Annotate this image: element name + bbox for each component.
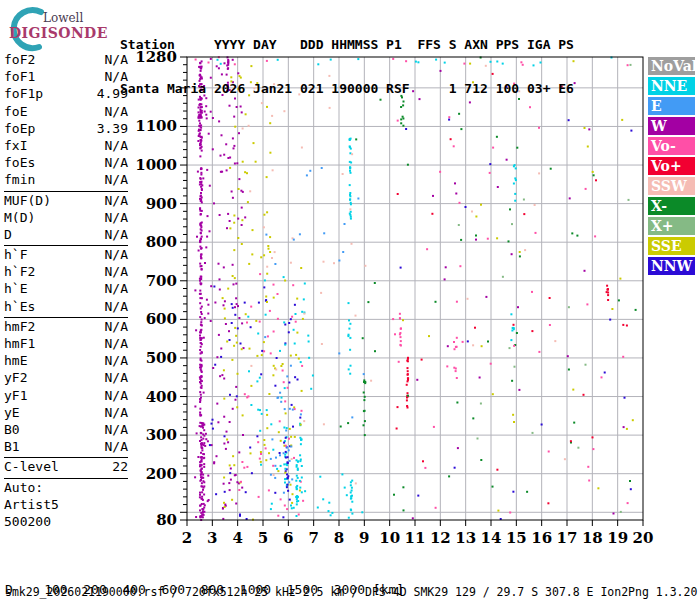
legend-item-vo: Vo- [648, 137, 695, 155]
y-tick-label: 300 [146, 426, 177, 444]
param-row: foEN/A [4, 104, 128, 121]
param-label: foE [4, 104, 27, 119]
y-tick-label: 600 [146, 310, 177, 328]
param-row: C-level22 [4, 459, 128, 476]
parameter-panel: foF2N/AfoF1N/AfoF1p4.99foEN/AfoEp3.39fxI… [4, 52, 128, 531]
param-value: N/A [105, 264, 128, 279]
x-tick-label: 19 [607, 529, 628, 547]
x-tick-label: 5 [258, 529, 268, 547]
param-separator [4, 478, 128, 479]
param-label: Artist5 [4, 497, 59, 512]
param-row: foF2N/A [4, 52, 128, 69]
param-label: hmF2 [4, 319, 35, 334]
y-tick-label: 80 [156, 511, 177, 529]
x-tick-label: 13 [455, 529, 476, 547]
param-label: h`F2 [4, 264, 35, 279]
param-label: Auto: [4, 480, 43, 495]
param-separator [4, 245, 128, 246]
param-value: N/A [105, 172, 128, 187]
legend-item-vo: Vo+ [648, 157, 695, 175]
param-row: foEp3.39 [4, 121, 128, 138]
param-label: foF2 [4, 52, 35, 67]
param-row: 500200 [4, 514, 128, 531]
param-row: yF1N/A [4, 388, 128, 405]
lowell-digisonde-logo: Lowell DIGISONDE [6, 4, 118, 50]
param-separator [4, 191, 128, 192]
legend-item-noval: NoVal [648, 57, 695, 75]
legend-item-sse: SSE [648, 237, 695, 255]
param-value: N/A [105, 281, 128, 296]
param-row: h`EsN/A [4, 299, 128, 316]
x-tick-label: 4 [232, 529, 242, 547]
x-tick-label: 9 [359, 529, 369, 547]
param-label: foF1 [4, 69, 35, 84]
echo-direction-legend: NoValNNEEWVo-Vo+SSWX-X+SSENNW [648, 57, 695, 277]
x-tick-label: 10 [379, 529, 400, 547]
param-label: h`E [4, 281, 27, 296]
logo-text-lowell: Lowell [43, 11, 83, 25]
x-tick-label: 2 [182, 529, 192, 547]
param-row: h`FN/A [4, 247, 128, 264]
param-label: D [4, 227, 12, 242]
param-value: N/A [105, 299, 128, 314]
legend-item-ssw: SSW [648, 177, 695, 195]
param-label: B0 [4, 422, 20, 437]
param-value: N/A [105, 247, 128, 262]
y-tick-label: 1000 [135, 156, 177, 174]
param-label: M(D) [4, 210, 35, 225]
param-value: N/A [105, 69, 128, 84]
param-row: foF1N/A [4, 69, 128, 86]
param-row: yF2N/A [4, 370, 128, 387]
param-row: Artist5 [4, 497, 128, 514]
y-tick-label: 700 [146, 272, 177, 290]
param-label: foEp [4, 121, 35, 136]
param-value: N/A [105, 193, 128, 208]
param-value: N/A [105, 155, 128, 170]
param-label: B1 [4, 439, 20, 454]
x-tick-label: 20 [633, 529, 654, 547]
param-label: foF1p [4, 86, 43, 101]
y-tick-label: 800 [146, 233, 177, 251]
header-line-fields: Station YYYY DAY DDD HHMMSS P1 FFS S AXN… [120, 38, 574, 53]
param-label: h`F [4, 247, 27, 262]
param-value: N/A [105, 52, 128, 67]
param-row: B1N/A [4, 439, 128, 456]
param-row: MUF(D)N/A [4, 193, 128, 210]
axis-ticks [180, 57, 643, 526]
file-info-line: smk29_2026021190000.rsf / 720fx512h 25 k… [5, 585, 697, 599]
x-tick-label: 7 [308, 529, 318, 547]
param-row: fminN/A [4, 172, 128, 189]
grid-lines [187, 57, 643, 520]
param-label: hmF1 [4, 336, 35, 351]
param-label: 500200 [4, 514, 51, 529]
param-row: h`F2N/A [4, 264, 128, 281]
param-separator [4, 317, 128, 318]
x-tick-label: 8 [334, 529, 344, 547]
y-tick-label: 400 [146, 388, 177, 406]
param-row: hmEN/A [4, 353, 128, 370]
param-label: yF1 [4, 388, 27, 403]
logo-text-digisonde: DIGISONDE [9, 25, 108, 41]
param-value: N/A [105, 104, 128, 119]
legend-item-e: E [648, 97, 695, 115]
param-value: N/A [105, 439, 128, 454]
param-value: N/A [105, 422, 128, 437]
param-value: N/A [105, 370, 128, 385]
param-label: foEs [4, 155, 35, 170]
param-label: yF2 [4, 370, 27, 385]
param-label: hmE [4, 353, 27, 368]
legend-item-x: X- [648, 197, 695, 215]
param-row: hmF1N/A [4, 336, 128, 353]
param-value: 3.39 [97, 121, 128, 136]
param-value: N/A [105, 210, 128, 225]
legend-item-x: X+ [648, 217, 695, 235]
header-line-values: Santa Maria 2026 Jan21 021 190000 RSF 1 … [120, 82, 574, 97]
param-row: yEN/A [4, 405, 128, 422]
x-tick-label: 18 [582, 529, 603, 547]
legend-item-nne: NNE [648, 77, 695, 95]
param-label: C-level [4, 459, 59, 474]
legend-item-nnw: NNW [648, 257, 695, 275]
y-tick-label: 500 [146, 349, 177, 367]
x-tick-label: 15 [506, 529, 527, 547]
param-value: N/A [105, 227, 128, 242]
